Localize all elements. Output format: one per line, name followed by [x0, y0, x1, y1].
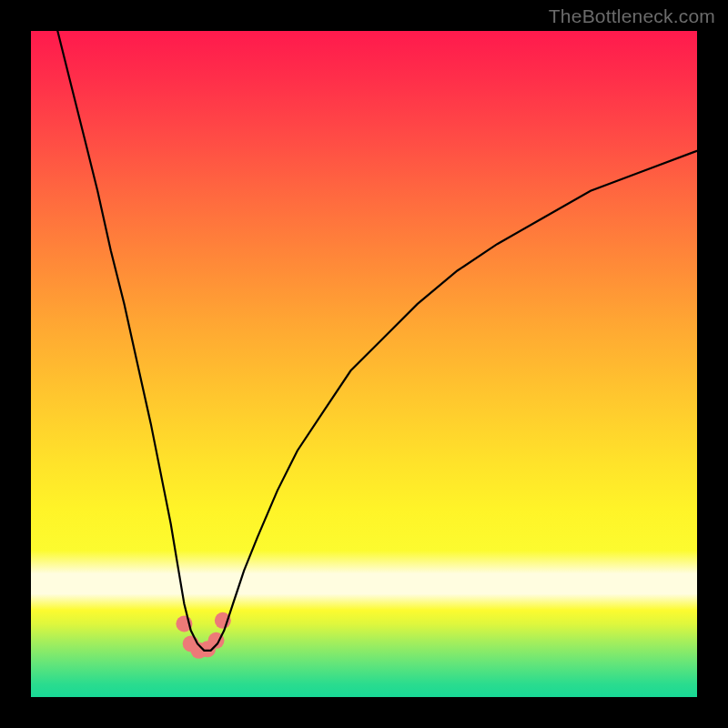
chart-svg — [31, 31, 697, 697]
watermark-text: TheBottleneck.com — [549, 5, 715, 27]
plot-area — [31, 31, 697, 697]
bottleneck-curve-line — [57, 31, 697, 651]
chart-frame: TheBottleneck.com — [0, 0, 728, 728]
